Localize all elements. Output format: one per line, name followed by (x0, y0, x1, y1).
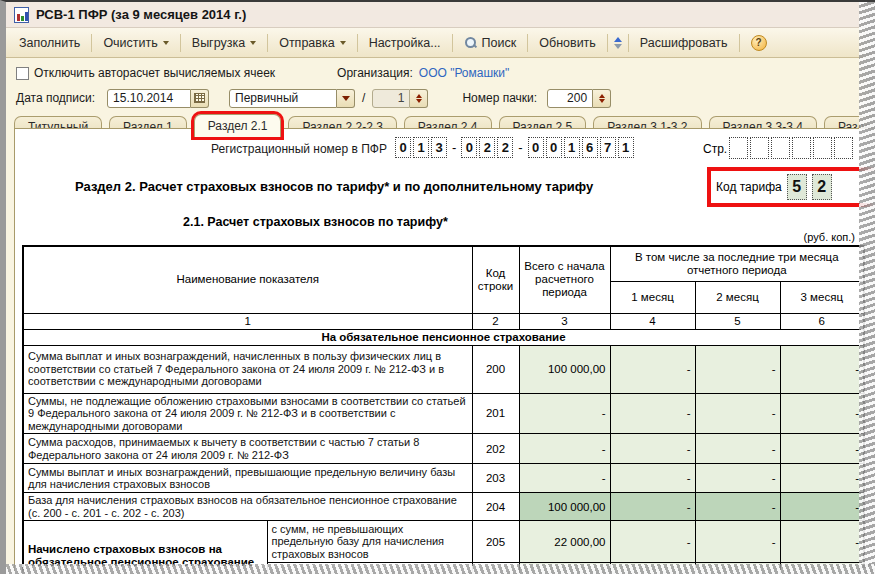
spinner-arrows-icon (416, 94, 422, 103)
row-203-m2-cell[interactable]: - (695, 464, 780, 493)
reg-digit-cell[interactable]: 2 (479, 137, 495, 158)
row-201-m3-cell[interactable]: - (780, 393, 864, 434)
correction-number-stepper[interactable] (410, 89, 428, 108)
col-header-month2: 2 месяц (695, 281, 780, 313)
reg-digit-cell[interactable]: 7 (600, 137, 616, 158)
page-digit-cell[interactable] (834, 137, 853, 159)
tariff-digit-cell[interactable]: 5 (787, 174, 807, 200)
tab-razdel-2-1[interactable]: Раздел 2.1 (194, 114, 282, 137)
fill-button[interactable]: Заполнить (10, 32, 89, 54)
reg-digit-cell[interactable]: 1 (618, 137, 634, 158)
row-205-m2-cell[interactable]: - (695, 521, 780, 563)
row-204-total-cell[interactable]: 100 000,00 (519, 493, 610, 521)
row-202-m3-cell[interactable]: - (780, 434, 864, 464)
help-button[interactable]: ? (742, 31, 776, 55)
reg-digit-cell[interactable]: 0 (395, 137, 411, 158)
search-button[interactable]: Поиск (455, 32, 526, 54)
col-num: 4 (610, 313, 695, 329)
pack-number-field: 200 (547, 89, 611, 108)
page-digit-cell[interactable] (792, 137, 811, 159)
col-num: 5 (695, 313, 780, 329)
tariff-digit-cell[interactable]: 2 (812, 174, 832, 200)
report-type-select[interactable]: Первичный (229, 89, 337, 108)
row-205-code: 205 (472, 521, 519, 563)
report-type-dropdown-button[interactable] (337, 89, 355, 108)
row-200-name: Сумма выплат и иных вознаграждений, начи… (23, 345, 472, 393)
row-203-name: Суммы выплат и иных вознаграждений, прев… (23, 464, 472, 493)
row-203-m1-cell[interactable]: - (610, 464, 695, 493)
reg-digit-cell[interactable]: 0 (546, 137, 562, 158)
export-menu-button[interactable]: Выгрузка (183, 32, 265, 54)
correction-number-field: 1 (372, 89, 428, 108)
help-icon: ? (751, 35, 767, 51)
position-arrows-button[interactable] (610, 35, 626, 51)
section-2-title: Раздел 2. Расчет страховых взносов по та… (75, 179, 593, 194)
organization-link[interactable]: ООО "Ромашки" (419, 66, 510, 80)
search-button-label: Поиск (482, 36, 517, 50)
arrow-up-icon (614, 37, 622, 42)
row-205-total-cell[interactable]: 22 000,00 (519, 521, 610, 563)
row-200-m3-cell[interactable]: - (780, 345, 864, 393)
calendar-button[interactable] (191, 89, 209, 108)
disable-autocalc-checkbox[interactable] (16, 67, 29, 80)
row-205-m3-cell[interactable]: - (780, 521, 864, 563)
page-digit-cell[interactable] (750, 137, 769, 159)
sign-date-label: Дата подписи: (16, 91, 95, 105)
send-menu-button[interactable]: Отправка (270, 32, 354, 54)
form-panel: Регистрационный номер в ПФР 0 1 3 - 0 2 … (14, 128, 875, 574)
reg-digit-cell[interactable]: 1 (413, 137, 429, 158)
reg-digit-cell[interactable]: 2 (497, 137, 513, 158)
reg-digit-cell[interactable]: 0 (461, 137, 477, 158)
torn-edge-right (859, 2, 875, 574)
row-200-m1-cell[interactable]: - (610, 345, 695, 393)
row-200-m2-cell[interactable]: - (695, 345, 780, 393)
row-202-m1-cell[interactable]: - (610, 434, 695, 464)
reg-digit-cell[interactable]: 0 (528, 137, 544, 158)
page-digit-cell[interactable] (813, 137, 832, 159)
pack-number-stepper[interactable] (593, 89, 611, 108)
chevron-down-icon (342, 96, 350, 101)
settings-button[interactable]: Настройка... (360, 32, 450, 54)
row-202-m2-cell[interactable]: - (695, 434, 780, 464)
decode-button[interactable]: Расшифровать (631, 32, 737, 54)
row-201-name: Суммы, не подлежащие обложению страховым… (23, 393, 472, 434)
row-201-total-cell[interactable]: - (519, 393, 610, 434)
spinner-arrows-icon (599, 94, 605, 103)
row-201-m2-cell[interactable]: - (695, 393, 780, 434)
correction-number-input[interactable]: 1 (372, 89, 410, 108)
decode-button-label: Расшифровать (640, 36, 728, 50)
row-204-m1-cell[interactable]: - (610, 493, 695, 521)
page-digit-cell[interactable] (729, 137, 748, 159)
tariff-code-label: Код тарифа (716, 180, 782, 194)
row-205-m1-cell[interactable]: - (610, 521, 695, 563)
page-digit-cell[interactable] (771, 137, 790, 159)
row-203-total-cell[interactable]: - (519, 464, 610, 493)
toolbar-separator (628, 34, 629, 52)
row-200-total-cell[interactable]: 100 000,00 (519, 345, 610, 393)
sign-date-input[interactable]: 15.10.2014 (107, 89, 191, 108)
row-202-name: Сумма расходов, принимаемых к вычету в с… (23, 434, 472, 464)
torn-edge-bottom (6, 564, 875, 574)
reg-digit-cell[interactable]: 3 (431, 137, 447, 158)
table-row: Суммы выплат и иных вознаграждений, прев… (23, 464, 864, 493)
row-201-m1-cell[interactable]: - (610, 393, 695, 434)
options-row-2: Дата подписи: 15.10.2014 Первичный / 1 Н… (6, 85, 875, 111)
pack-number-input[interactable]: 200 (547, 89, 593, 108)
page-number-cells (729, 137, 853, 159)
refresh-button-label: Обновить (539, 36, 596, 50)
settings-button-label: Настройка... (369, 36, 441, 50)
row-204-m2-cell[interactable]: - (695, 493, 780, 521)
reg-digit-cell[interactable]: 1 (564, 137, 580, 158)
row-205-sub-name: с сумм, не превышающих предельную базу д… (267, 521, 472, 563)
clear-menu-button[interactable]: Очистить (94, 32, 177, 54)
row-204-m3-cell[interactable]: - (780, 493, 864, 521)
table-row: Сумма выплат и иных вознаграждений, начи… (23, 345, 864, 393)
toolbar: Заполнить Очистить Выгрузка Отправка Нас… (6, 28, 875, 58)
disable-autocalc-label: Отключить авторасчет вычисляемых ячеек (34, 66, 275, 80)
reg-digit-cell[interactable]: 6 (582, 137, 598, 158)
fill-button-label: Заполнить (19, 36, 80, 50)
refresh-button[interactable]: Обновить (530, 32, 605, 54)
row-202-total-cell[interactable]: - (519, 434, 610, 464)
row-203-m3-cell[interactable]: - (780, 464, 864, 493)
reg-dash: - (452, 140, 456, 155)
